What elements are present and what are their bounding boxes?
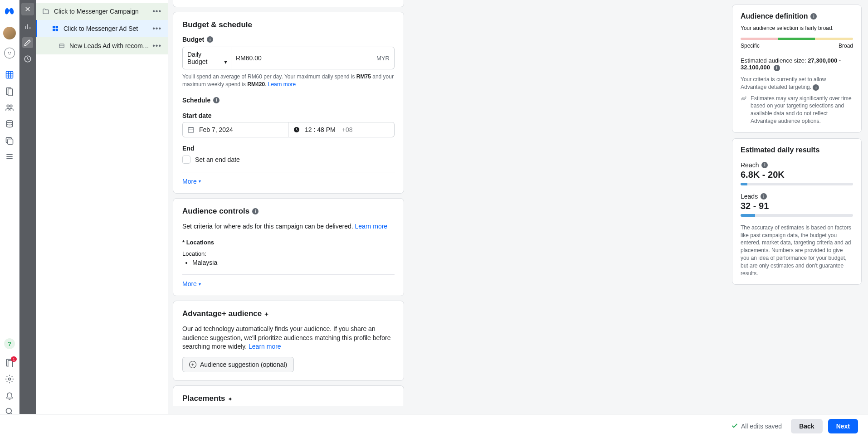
tree-row-menu-icon[interactable]: ••• bbox=[151, 24, 163, 34]
chart-view-icon[interactable] bbox=[22, 21, 33, 32]
end-date-checkbox[interactable] bbox=[182, 156, 190, 164]
user-avatar[interactable] bbox=[3, 27, 16, 39]
tree-adset-label: Click to Messenger Ad Set bbox=[63, 25, 151, 32]
budget-learn-more-link[interactable]: Learn more bbox=[268, 81, 296, 88]
settings-nav-icon[interactable] bbox=[5, 375, 14, 384]
info-icon[interactable]: i bbox=[252, 208, 258, 214]
campaign-tree-panel: Click to Messenger Campaign ••• Click to… bbox=[36, 0, 168, 438]
next-button[interactable]: Next bbox=[828, 419, 858, 433]
info-icon[interactable]: i bbox=[813, 84, 819, 91]
editor-nav-sidebar bbox=[20, 0, 36, 438]
daily-results-card: Estimated daily results Reach i 6.8K - 2… bbox=[732, 138, 862, 285]
tree-ad-row[interactable]: New Leads Ad with recommend… ••• bbox=[36, 37, 168, 54]
end-date-checkbox-label: Set an end date bbox=[195, 156, 240, 163]
budget-currency: MYR bbox=[376, 55, 390, 62]
svg-rect-36 bbox=[188, 127, 194, 132]
budget-field-label: Budget i bbox=[182, 36, 395, 43]
tree-adset-row[interactable]: Click to Messenger Ad Set ••• bbox=[36, 20, 168, 37]
updates-nav-icon[interactable]: 1 bbox=[5, 358, 14, 367]
info-icon[interactable]: i bbox=[774, 65, 780, 71]
updates-badge: 1 bbox=[11, 356, 17, 362]
start-time-input[interactable]: 12 : 48 PM +08 bbox=[288, 122, 395, 137]
notifications-nav-icon[interactable] bbox=[5, 391, 14, 400]
locations-field-label: * Locations bbox=[182, 239, 395, 246]
tree-row-menu-icon[interactable]: ••• bbox=[151, 6, 163, 16]
placements-card: Placements bbox=[173, 385, 404, 406]
adset-grid-icon bbox=[52, 25, 59, 32]
budget-amount-value: RM60.00 bbox=[236, 54, 262, 62]
trend-icon bbox=[741, 96, 747, 125]
reach-label: Reach i bbox=[741, 161, 853, 169]
specific-label: Specific bbox=[741, 43, 760, 49]
folder-icon bbox=[42, 8, 49, 15]
audience-controls-learn-more-link[interactable]: Learn more bbox=[355, 223, 388, 230]
editor-main-column: Budget & schedule Budget i Daily Budget … bbox=[168, 0, 732, 411]
help-button[interactable]: ? bbox=[4, 338, 15, 349]
plus-circle-icon: + bbox=[189, 361, 196, 368]
advertising-settings-nav-icon[interactable] bbox=[5, 136, 14, 145]
ad-icon bbox=[59, 43, 65, 49]
meta-logo-icon[interactable] bbox=[5, 6, 15, 18]
close-editor-button[interactable] bbox=[21, 3, 34, 15]
svg-point-1 bbox=[10, 52, 11, 53]
end-label: End bbox=[182, 145, 395, 152]
start-date-input[interactable]: Feb 7, 2024 bbox=[182, 122, 288, 137]
svg-rect-30 bbox=[53, 26, 55, 28]
audience-spectrum-bar bbox=[741, 38, 853, 40]
check-icon bbox=[731, 422, 738, 431]
audience-suggestion-button[interactable]: + Audience suggestion (optional) bbox=[182, 357, 294, 372]
ads-reporting-nav-icon[interactable] bbox=[5, 87, 14, 96]
svg-point-19 bbox=[9, 378, 11, 380]
placements-title: Placements bbox=[182, 394, 395, 403]
info-icon[interactable]: i bbox=[213, 97, 219, 103]
svg-rect-13 bbox=[8, 139, 13, 145]
advantage-desc: Our ad technology automatically finds yo… bbox=[182, 325, 395, 351]
all-tools-nav-icon[interactable] bbox=[5, 152, 14, 161]
campaigns-nav-icon[interactable] bbox=[5, 70, 14, 79]
budget-schedule-card: Budget & schedule Budget i Daily Budget … bbox=[173, 12, 404, 194]
calendar-icon bbox=[187, 126, 195, 133]
saved-status: All edits saved bbox=[731, 422, 782, 431]
global-nav-sidebar: ? 1 bbox=[0, 0, 20, 438]
advantage-audience-title: Advantage+ audience bbox=[182, 309, 395, 318]
footer-bar: All edits saved Back Next bbox=[0, 414, 868, 438]
audience-definition-card: Audience definition i Your audience sele… bbox=[732, 5, 862, 133]
svg-point-9 bbox=[7, 105, 9, 107]
audience-definition-title: Audience definition i bbox=[741, 12, 853, 20]
billing-nav-icon[interactable] bbox=[5, 119, 14, 128]
edit-view-icon[interactable] bbox=[22, 37, 33, 48]
info-icon[interactable]: i bbox=[810, 13, 817, 19]
clock-icon bbox=[293, 126, 300, 133]
advantage-learn-more-link[interactable]: Learn more bbox=[249, 343, 281, 350]
audience-controls-card: Audience controls i Set criteria for whe… bbox=[173, 198, 404, 297]
budget-type-select[interactable]: Daily Budget bbox=[182, 47, 231, 69]
audiences-nav-icon[interactable] bbox=[5, 103, 14, 112]
schedule-field-label: Schedule i bbox=[182, 97, 395, 104]
estimated-size-line: Estimated audience size: 27,300,000 - 32… bbox=[741, 57, 853, 71]
tree-campaign-label: Click to Messenger Campaign bbox=[54, 8, 151, 15]
svg-rect-8 bbox=[8, 89, 13, 96]
history-view-icon[interactable] bbox=[22, 54, 33, 64]
info-icon[interactable]: i bbox=[207, 36, 213, 43]
svg-point-11 bbox=[6, 121, 12, 123]
info-icon[interactable]: i bbox=[761, 162, 768, 168]
audience-more-button[interactable]: More bbox=[182, 280, 201, 287]
tree-campaign-row[interactable]: Click to Messenger Campaign ••• bbox=[36, 3, 168, 20]
broad-label: Broad bbox=[839, 43, 853, 49]
svg-point-10 bbox=[10, 105, 12, 107]
leads-bar bbox=[741, 214, 853, 217]
audience-controls-desc: Set criteria for where ads for this camp… bbox=[182, 222, 395, 231]
daily-results-title: Estimated daily results bbox=[741, 146, 853, 154]
satisfaction-icon[interactable] bbox=[4, 48, 15, 58]
budget-amount-input[interactable]: RM60.00 MYR bbox=[231, 47, 395, 69]
results-disclaimer: The accuracy of estimates is based on fa… bbox=[741, 224, 853, 277]
back-button[interactable]: Back bbox=[791, 419, 822, 433]
svg-rect-34 bbox=[59, 44, 64, 48]
svg-rect-2 bbox=[6, 72, 13, 78]
tree-row-menu-icon[interactable]: ••• bbox=[151, 41, 163, 51]
svg-rect-33 bbox=[56, 29, 58, 31]
leads-value: 32 - 91 bbox=[741, 201, 853, 211]
info-icon[interactable]: i bbox=[761, 193, 767, 200]
location-line-label: Location: bbox=[182, 250, 395, 257]
budget-more-button[interactable]: More bbox=[182, 178, 201, 185]
